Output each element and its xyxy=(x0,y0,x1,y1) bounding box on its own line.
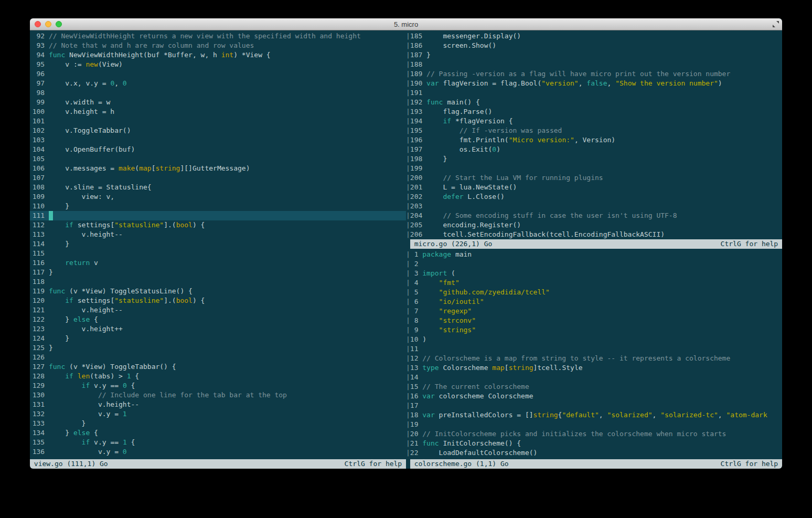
code-token: if xyxy=(65,221,73,229)
code-line[interactable]: |11 xyxy=(406,344,782,354)
code-line[interactable]: 106 v.messages = make(map[string][]Gutte… xyxy=(30,164,406,173)
code-line[interactable]: |20// InitColorscheme picks and initiali… xyxy=(406,429,782,439)
code-area-view-go[interactable]: 92// NewViewWidthHeight returns a new vi… xyxy=(30,30,406,459)
code-line[interactable]: |186 screen.Show() xyxy=(406,41,782,50)
code-line[interactable]: |203 xyxy=(406,202,782,211)
code-line[interactable]: |1package main xyxy=(406,250,782,259)
code-line[interactable]: 101 xyxy=(30,117,406,126)
code-line[interactable]: 113 v.height-- xyxy=(30,230,406,239)
fullscreen-icon[interactable] xyxy=(773,21,779,27)
code-line[interactable]: |190var flagVersion = flag.Bool("version… xyxy=(406,79,782,88)
code-line[interactable]: 111 xyxy=(30,211,406,220)
code-line[interactable]: |187} xyxy=(406,50,782,60)
code-line[interactable]: 133 } xyxy=(30,419,406,428)
code-line[interactable]: 124 } xyxy=(30,334,406,343)
code-line[interactable]: 105 xyxy=(30,154,406,164)
code-line[interactable]: |15// The current colorscheme xyxy=(406,382,782,392)
code-line[interactable]: |14 xyxy=(406,373,782,382)
code-line[interactable]: |19 xyxy=(406,420,782,429)
code-line[interactable]: |5 "github.com/zyedidia/tcell" xyxy=(406,288,782,297)
code-line[interactable]: |194 if *flagVersion { xyxy=(406,117,782,126)
code-line[interactable]: 128 if len(tabs) > 1 { xyxy=(30,372,406,381)
code-line[interactable]: |13type Colorscheme map[string]tcell.Sty… xyxy=(406,363,782,373)
code-line[interactable]: |188 xyxy=(406,60,782,69)
code-line[interactable]: 125} xyxy=(30,343,406,353)
code-line[interactable]: |201 L = lua.NewState() xyxy=(406,183,782,192)
code-line[interactable]: |197 os.Exit(0) xyxy=(406,145,782,154)
code-line[interactable]: 134 } else { xyxy=(30,428,406,438)
code-line[interactable]: |185 messenger.Display() xyxy=(406,31,782,41)
code-line[interactable]: 94func NewViewWidthHeight(buf *Buffer, w… xyxy=(30,50,406,60)
code-line[interactable]: 97 v.x, v.y = 0, 0 xyxy=(30,79,406,88)
code-line[interactable]: |200 // Start the Lua VM for running plu… xyxy=(406,173,782,183)
code-line[interactable]: 98 xyxy=(30,88,406,98)
code-line[interactable]: 109 view: v, xyxy=(30,192,406,202)
code-line[interactable]: 112 if settings["statusline"].(bool) { xyxy=(30,220,406,230)
zoom-button[interactable] xyxy=(56,21,62,27)
code-line[interactable]: |7 "regexp" xyxy=(406,306,782,316)
code-area-micro-go[interactable]: |185 messenger.Display()|186 screen.Show… xyxy=(406,30,782,239)
code-line[interactable]: |193 flag.Parse() xyxy=(406,107,782,117)
code-line[interactable]: |3import ( xyxy=(406,269,782,278)
minimize-button[interactable] xyxy=(45,21,51,27)
code-line[interactable]: |202 defer L.Close() xyxy=(406,192,782,202)
code-line[interactable]: 104 v.OpenBuffer(buf) xyxy=(30,145,406,154)
code-line[interactable]: 96 xyxy=(30,69,406,79)
code-line[interactable]: 107 xyxy=(30,173,406,183)
code-line[interactable]: |4 "fmt" xyxy=(406,278,782,288)
code-line[interactable]: 103 xyxy=(30,135,406,145)
code-line[interactable]: |6 "io/ioutil" xyxy=(406,297,782,306)
code-line[interactable]: 115 xyxy=(30,249,406,258)
code-line[interactable]: 129 if v.y == 0 { xyxy=(30,381,406,390)
code-token: "version" xyxy=(541,79,578,87)
code-line[interactable]: 100 v.height = h xyxy=(30,107,406,117)
code-line[interactable]: |21func InitColorscheme() { xyxy=(406,439,782,448)
code-line[interactable]: 114 } xyxy=(30,239,406,249)
code-line[interactable]: |206 tcell.SetEncodingFallback(tcell.Enc… xyxy=(406,230,782,239)
code-line[interactable]: |17 xyxy=(406,401,782,410)
code-line[interactable]: |16var colorscheme Colorscheme xyxy=(406,392,782,401)
code-line[interactable]: |18var preInstalledColors = []string{"de… xyxy=(406,410,782,420)
code-line[interactable]: 93// Note that w and h are raw column an… xyxy=(30,41,406,50)
code-line[interactable]: |189// Passing -version as a flag will h… xyxy=(406,69,782,79)
window-titlebar[interactable]: 5. micro xyxy=(30,18,782,30)
code-line[interactable]: 118 xyxy=(30,277,406,287)
code-area-colorscheme-go[interactable]: |1package main|2|3import (|4 "fmt"|5 "gi… xyxy=(406,249,782,459)
code-line[interactable]: 136 v.y = 0 xyxy=(30,447,406,457)
code-line[interactable]: 120 if settings["statusline"].(bool) { xyxy=(30,296,406,305)
code-line[interactable]: 123 v.height++ xyxy=(30,324,406,334)
code-line[interactable]: 116 return v xyxy=(30,258,406,268)
code-line[interactable]: |204 // Some encoding stuff in case the … xyxy=(406,211,782,220)
code-line[interactable]: 119func (v *View) ToggleStatusLine() { xyxy=(30,287,406,296)
code-line[interactable]: 122 } else { xyxy=(30,315,406,324)
code-line[interactable]: |9 "strings" xyxy=(406,325,782,335)
code-line[interactable]: |2 xyxy=(406,259,782,269)
code-line[interactable]: |8 "strconv" xyxy=(406,316,782,325)
code-line[interactable]: 117} xyxy=(30,268,406,277)
code-line[interactable]: 121 v.height-- xyxy=(30,305,406,315)
code-line[interactable]: |192func main() { xyxy=(406,98,782,107)
code-line[interactable]: 131 v.height-- xyxy=(30,400,406,409)
code-line[interactable]: 92// NewViewWidthHeight returns a new vi… xyxy=(30,31,406,41)
code-line[interactable]: 110 } xyxy=(30,202,406,211)
code-line[interactable]: 126 xyxy=(30,353,406,362)
code-line[interactable]: |22 LoadDefaultColorscheme() xyxy=(406,448,782,458)
code-line[interactable]: |12// Colorscheme is a map from string t… xyxy=(406,354,782,363)
code-line[interactable]: |205 encoding.Register() xyxy=(406,220,782,230)
code-line[interactable]: |191 xyxy=(406,88,782,98)
code-line[interactable]: |195 // If -version was passed xyxy=(406,126,782,135)
code-line[interactable]: 135 if v.y == 1 { xyxy=(30,438,406,447)
code-line[interactable]: |199 xyxy=(406,164,782,173)
code-line[interactable]: |196 fmt.Println("Micro version:", Versi… xyxy=(406,135,782,145)
code-line[interactable]: 127func (v *View) ToggleTabbar() { xyxy=(30,362,406,372)
code-line[interactable]: 102 v.ToggleTabbar() xyxy=(30,126,406,135)
code-line[interactable]: |10) xyxy=(406,335,782,344)
code-line[interactable]: |198 } xyxy=(406,154,782,164)
code-line[interactable]: 108 v.sline = Statusline{ xyxy=(30,183,406,192)
line-number: 127 xyxy=(33,362,45,372)
code-line[interactable]: 130 // Include one line for the tab bar … xyxy=(30,390,406,400)
close-button[interactable] xyxy=(35,21,41,27)
code-line[interactable]: 132 v.y = 1 xyxy=(30,409,406,419)
code-line[interactable]: 95 v := new(View) xyxy=(30,60,406,69)
code-line[interactable]: 99 v.width = w xyxy=(30,98,406,107)
